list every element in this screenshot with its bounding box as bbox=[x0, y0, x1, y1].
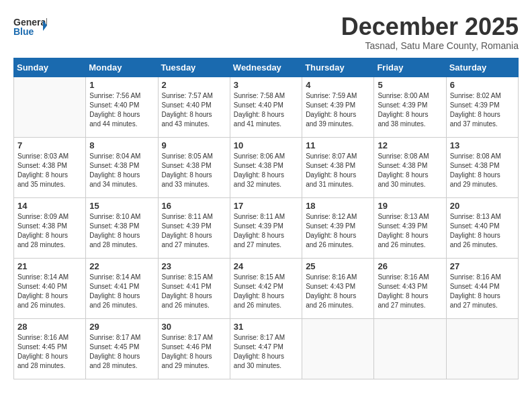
day-info: Sunrise: 8:05 AM Sunset: 4:38 PM Dayligh… bbox=[162, 152, 226, 189]
day-info: Sunrise: 8:17 AM Sunset: 4:47 PM Dayligh… bbox=[234, 333, 298, 371]
day-header-friday: Friday bbox=[374, 58, 446, 77]
calendar-cell: 28Sunrise: 8:16 AM Sunset: 4:45 PM Dayli… bbox=[14, 318, 86, 379]
calendar-cell: 11Sunrise: 8:07 AM Sunset: 4:38 PM Dayli… bbox=[302, 137, 374, 197]
day-number: 29 bbox=[89, 322, 154, 332]
logo-icon: General Blue bbox=[13, 13, 47, 40]
day-number: 3 bbox=[234, 80, 298, 90]
day-number: 11 bbox=[306, 140, 370, 150]
day-number: 26 bbox=[378, 261, 442, 271]
calendar-cell: 16Sunrise: 8:11 AM Sunset: 4:39 PM Dayli… bbox=[158, 197, 230, 258]
day-info: Sunrise: 8:02 AM Sunset: 4:39 PM Dayligh… bbox=[450, 91, 515, 129]
title-block: December 2025 Tasnad, Satu Mare County, … bbox=[341, 13, 519, 51]
calendar-cell: 14Sunrise: 8:09 AM Sunset: 4:38 PM Dayli… bbox=[14, 197, 86, 258]
day-info: Sunrise: 8:11 AM Sunset: 4:39 PM Dayligh… bbox=[162, 212, 226, 250]
day-number: 14 bbox=[17, 201, 82, 211]
calendar-cell bbox=[446, 318, 518, 379]
day-header-thursday: Thursday bbox=[302, 58, 374, 77]
calendar-cell: 18Sunrise: 8:12 AM Sunset: 4:39 PM Dayli… bbox=[302, 197, 374, 258]
day-header-saturday: Saturday bbox=[446, 58, 518, 77]
calendar-cell bbox=[14, 77, 86, 137]
calendar-week-3: 14Sunrise: 8:09 AM Sunset: 4:38 PM Dayli… bbox=[14, 197, 519, 258]
day-info: Sunrise: 8:03 AM Sunset: 4:38 PM Dayligh… bbox=[17, 152, 82, 189]
calendar-cell: 13Sunrise: 8:08 AM Sunset: 4:38 PM Dayli… bbox=[446, 137, 518, 197]
calendar-cell bbox=[374, 318, 446, 379]
subtitle: Tasnad, Satu Mare County, Romania bbox=[341, 40, 519, 51]
day-info: Sunrise: 8:14 AM Sunset: 4:40 PM Dayligh… bbox=[17, 273, 82, 310]
day-info: Sunrise: 7:58 AM Sunset: 4:40 PM Dayligh… bbox=[234, 91, 298, 129]
day-number: 21 bbox=[17, 261, 82, 271]
day-info: Sunrise: 8:16 AM Sunset: 4:43 PM Dayligh… bbox=[378, 273, 442, 310]
calendar-cell: 2Sunrise: 7:57 AM Sunset: 4:40 PM Daylig… bbox=[158, 77, 230, 137]
calendar-cell: 10Sunrise: 8:06 AM Sunset: 4:38 PM Dayli… bbox=[230, 137, 302, 197]
calendar-cell: 21Sunrise: 8:14 AM Sunset: 4:40 PM Dayli… bbox=[14, 258, 86, 318]
day-number: 20 bbox=[450, 201, 515, 211]
calendar-header-row: SundayMondayTuesdayWednesdayThursdayFrid… bbox=[14, 58, 519, 77]
day-info: Sunrise: 7:57 AM Sunset: 4:40 PM Dayligh… bbox=[162, 91, 226, 129]
day-number: 19 bbox=[378, 201, 442, 211]
day-number: 18 bbox=[306, 201, 370, 211]
day-info: Sunrise: 8:13 AM Sunset: 4:39 PM Dayligh… bbox=[378, 212, 442, 250]
day-number: 27 bbox=[450, 261, 515, 271]
day-number: 24 bbox=[234, 261, 298, 271]
day-number: 25 bbox=[306, 261, 370, 271]
logo: General Blue bbox=[13, 13, 47, 40]
calendar-cell: 31Sunrise: 8:17 AM Sunset: 4:47 PM Dayli… bbox=[230, 318, 302, 379]
day-info: Sunrise: 8:15 AM Sunset: 4:42 PM Dayligh… bbox=[234, 273, 298, 310]
day-info: Sunrise: 8:10 AM Sunset: 4:38 PM Dayligh… bbox=[89, 212, 154, 250]
day-number: 10 bbox=[234, 140, 298, 150]
calendar-week-5: 28Sunrise: 8:16 AM Sunset: 4:45 PM Dayli… bbox=[14, 318, 519, 379]
calendar-cell: 3Sunrise: 7:58 AM Sunset: 4:40 PM Daylig… bbox=[230, 77, 302, 137]
calendar-cell: 15Sunrise: 8:10 AM Sunset: 4:38 PM Dayli… bbox=[86, 197, 158, 258]
calendar-cell: 12Sunrise: 8:08 AM Sunset: 4:38 PM Dayli… bbox=[374, 137, 446, 197]
day-info: Sunrise: 8:11 AM Sunset: 4:39 PM Dayligh… bbox=[234, 212, 298, 250]
day-number: 7 bbox=[17, 140, 82, 150]
day-number: 5 bbox=[378, 80, 442, 90]
calendar-table: SundayMondayTuesdayWednesdayThursdayFrid… bbox=[13, 58, 519, 379]
day-info: Sunrise: 8:14 AM Sunset: 4:41 PM Dayligh… bbox=[89, 273, 154, 310]
day-info: Sunrise: 8:04 AM Sunset: 4:38 PM Dayligh… bbox=[89, 152, 154, 189]
calendar-cell: 6Sunrise: 8:02 AM Sunset: 4:39 PM Daylig… bbox=[446, 77, 518, 137]
calendar-cell: 5Sunrise: 8:00 AM Sunset: 4:39 PM Daylig… bbox=[374, 77, 446, 137]
day-info: Sunrise: 8:16 AM Sunset: 4:45 PM Dayligh… bbox=[17, 333, 82, 371]
calendar-cell: 17Sunrise: 8:11 AM Sunset: 4:39 PM Dayli… bbox=[230, 197, 302, 258]
calendar-cell: 7Sunrise: 8:03 AM Sunset: 4:38 PM Daylig… bbox=[14, 137, 86, 197]
day-header-wednesday: Wednesday bbox=[230, 58, 302, 77]
day-info: Sunrise: 8:08 AM Sunset: 4:38 PM Dayligh… bbox=[450, 152, 515, 189]
calendar-week-4: 21Sunrise: 8:14 AM Sunset: 4:40 PM Dayli… bbox=[14, 258, 519, 318]
month-title: December 2025 bbox=[341, 13, 519, 40]
calendar-cell: 1Sunrise: 7:56 AM Sunset: 4:40 PM Daylig… bbox=[86, 77, 158, 137]
calendar-cell: 30Sunrise: 8:17 AM Sunset: 4:46 PM Dayli… bbox=[158, 318, 230, 379]
calendar-cell: 27Sunrise: 8:16 AM Sunset: 4:44 PM Dayli… bbox=[446, 258, 518, 318]
day-number: 13 bbox=[450, 140, 515, 150]
day-info: Sunrise: 8:09 AM Sunset: 4:38 PM Dayligh… bbox=[17, 212, 82, 250]
day-info: Sunrise: 8:13 AM Sunset: 4:40 PM Dayligh… bbox=[450, 212, 515, 250]
calendar-cell bbox=[302, 318, 374, 379]
calendar-cell: 23Sunrise: 8:15 AM Sunset: 4:41 PM Dayli… bbox=[158, 258, 230, 318]
svg-text:Blue: Blue bbox=[13, 26, 34, 37]
day-number: 12 bbox=[378, 140, 442, 150]
day-number: 28 bbox=[17, 322, 82, 332]
calendar-cell: 22Sunrise: 8:14 AM Sunset: 4:41 PM Dayli… bbox=[86, 258, 158, 318]
calendar-cell: 9Sunrise: 8:05 AM Sunset: 4:38 PM Daylig… bbox=[158, 137, 230, 197]
calendar-week-1: 1Sunrise: 7:56 AM Sunset: 4:40 PM Daylig… bbox=[14, 77, 519, 137]
day-info: Sunrise: 8:12 AM Sunset: 4:39 PM Dayligh… bbox=[306, 212, 370, 250]
day-number: 30 bbox=[162, 322, 226, 332]
day-info: Sunrise: 8:08 AM Sunset: 4:38 PM Dayligh… bbox=[378, 152, 442, 189]
calendar-cell: 19Sunrise: 8:13 AM Sunset: 4:39 PM Dayli… bbox=[374, 197, 446, 258]
day-number: 17 bbox=[234, 201, 298, 211]
calendar-cell: 8Sunrise: 8:04 AM Sunset: 4:38 PM Daylig… bbox=[86, 137, 158, 197]
day-info: Sunrise: 8:17 AM Sunset: 4:45 PM Dayligh… bbox=[89, 333, 154, 371]
day-number: 6 bbox=[450, 80, 515, 90]
day-number: 31 bbox=[234, 322, 298, 332]
calendar-cell: 24Sunrise: 8:15 AM Sunset: 4:42 PM Dayli… bbox=[230, 258, 302, 318]
day-info: Sunrise: 8:17 AM Sunset: 4:46 PM Dayligh… bbox=[162, 333, 226, 371]
day-number: 8 bbox=[89, 140, 154, 150]
day-info: Sunrise: 7:59 AM Sunset: 4:39 PM Dayligh… bbox=[306, 91, 370, 129]
day-number: 1 bbox=[89, 80, 154, 90]
calendar-cell: 20Sunrise: 8:13 AM Sunset: 4:40 PM Dayli… bbox=[446, 197, 518, 258]
day-header-tuesday: Tuesday bbox=[158, 58, 230, 77]
day-info: Sunrise: 8:16 AM Sunset: 4:43 PM Dayligh… bbox=[306, 273, 370, 310]
day-number: 4 bbox=[306, 80, 370, 90]
day-info: Sunrise: 8:15 AM Sunset: 4:41 PM Dayligh… bbox=[162, 273, 226, 310]
calendar-cell: 4Sunrise: 7:59 AM Sunset: 4:39 PM Daylig… bbox=[302, 77, 374, 137]
